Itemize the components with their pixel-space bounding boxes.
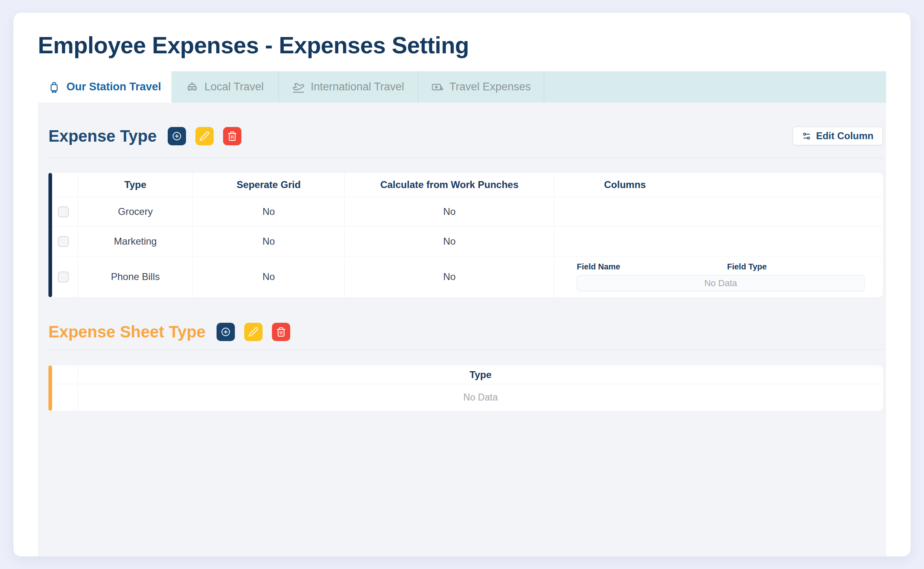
checkbox-column-header (48, 173, 78, 197)
add-expense-type-button[interactable] (168, 127, 186, 145)
edit-expense-type-button[interactable] (195, 127, 214, 145)
tab-bar-filler (544, 71, 886, 103)
cell-columns (554, 197, 883, 226)
column-header-seperate-grid: Seperate Grid (193, 173, 344, 197)
tab-bar: Our Station Travel Local Travel (38, 71, 886, 103)
cell-seperate-grid: No (193, 256, 344, 297)
column-header-type: Type (78, 173, 193, 197)
taxi-icon (186, 81, 198, 93)
circle-plus-icon (171, 131, 182, 142)
edit-column-button[interactable]: Edit Column (793, 127, 883, 145)
luggage-icon (48, 81, 60, 93)
tab-label: Local Travel (204, 81, 264, 93)
table-row: Grocery No No (48, 197, 883, 227)
tab-local-travel[interactable]: Local Travel (171, 71, 279, 103)
pencil-icon (199, 131, 210, 141)
trash-icon (276, 327, 286, 337)
tab-international-travel[interactable]: International Travel (279, 71, 418, 103)
empty-table-row: No Data (48, 384, 883, 411)
pencil-icon (248, 327, 258, 337)
cell-columns-detail: Field Name Field Type No Data (554, 256, 883, 297)
row-checkbox[interactable] (58, 236, 69, 247)
columns-empty-state: No Data (577, 275, 865, 291)
navy-accent-bar (48, 173, 52, 297)
cell-calculate: No (344, 227, 554, 256)
expense-sheet-type-header-row: Expense Sheet Type (48, 322, 883, 342)
expense-type-header-row: Expense Type (48, 103, 883, 146)
column-header-type: Type (78, 365, 883, 384)
cell-type: Grocery (78, 197, 193, 226)
cell-type: Marketing (78, 227, 193, 256)
add-expense-sheet-type-button[interactable] (217, 323, 235, 341)
cell-calculate: No (344, 256, 554, 297)
tab-label: Our Station Travel (66, 81, 161, 93)
expense-sheet-type-table-header: Type (48, 365, 883, 384)
row-checkbox[interactable] (58, 206, 69, 217)
expense-type-heading: Expense Type (48, 126, 157, 146)
orange-accent-bar (48, 365, 52, 411)
section-divider (48, 349, 883, 350)
main-card: Employee Expenses - Expenses Setting Our… (13, 12, 911, 557)
card-arrow-icon (431, 81, 443, 93)
expense-sheet-type-heading: Expense Sheet Type (48, 322, 206, 342)
edit-column-label: Edit Column (816, 130, 874, 142)
delete-expense-sheet-type-button[interactable] (272, 323, 290, 341)
tab-travel-expenses[interactable]: Travel Expenses (418, 71, 544, 103)
field-type-label: Field Type (727, 262, 766, 271)
cell-calculate: No (344, 197, 554, 226)
sliders-icon (802, 131, 811, 141)
field-name-label: Field Name (577, 262, 620, 271)
cell-type: Phone Bills (78, 256, 193, 297)
delete-expense-type-button[interactable] (223, 127, 241, 145)
cell-columns (554, 227, 883, 256)
edit-expense-sheet-type-button[interactable] (244, 323, 263, 341)
section-divider (48, 158, 883, 158)
tab-our-station-travel[interactable]: Our Station Travel (38, 71, 171, 103)
column-header-calculate: Calculate from Work Punches (344, 173, 554, 197)
circle-plus-icon (220, 326, 231, 337)
plane-takeoff-icon (292, 81, 304, 93)
tab-label: International Travel (311, 81, 404, 93)
page-title: Employee Expenses - Expenses Setting (38, 13, 886, 59)
checkbox-column-header (48, 365, 78, 384)
tab-content-panel: Expense Type (38, 103, 886, 556)
table-row: Marketing No No (48, 227, 883, 256)
row-checkbox[interactable] (58, 271, 69, 282)
table-row: Phone Bills No No Field Name Field Type … (48, 256, 883, 297)
column-header-columns: Columns (554, 173, 883, 197)
expense-sheet-type-table: Type No Data (48, 365, 883, 411)
expense-type-table-header: Type Seperate Grid Calculate from Work P… (48, 173, 883, 197)
cell-seperate-grid: No (193, 197, 344, 226)
no-data-text: No Data (78, 384, 883, 411)
trash-icon (227, 131, 237, 141)
cell-seperate-grid: No (193, 227, 344, 256)
tab-label: Travel Expenses (449, 81, 531, 93)
expense-type-table: Type Seperate Grid Calculate from Work P… (48, 173, 883, 297)
